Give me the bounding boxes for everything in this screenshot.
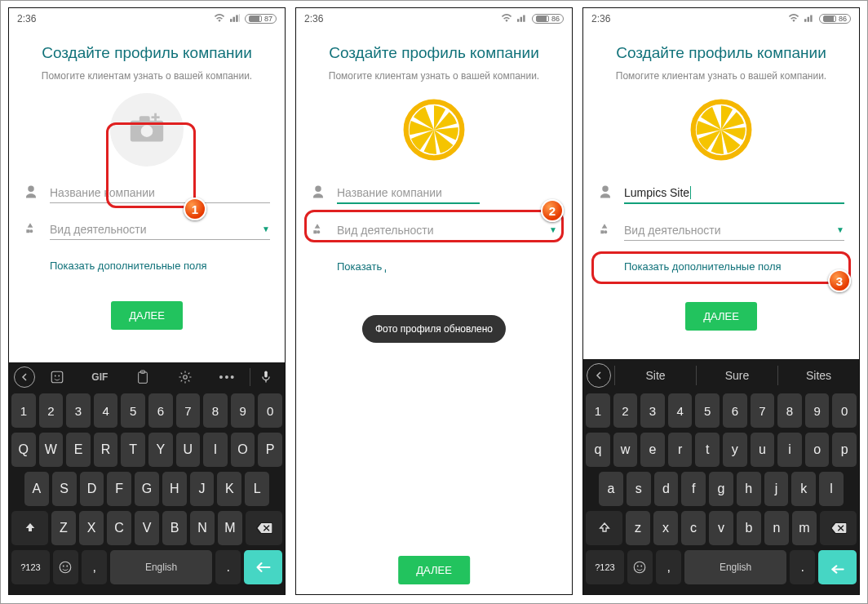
key-j[interactable]: j [764, 472, 789, 506]
kb-mic-icon[interactable] [252, 366, 280, 389]
key-x[interactable]: X [79, 511, 104, 545]
key-8[interactable]: 8 [777, 393, 802, 428]
key-u[interactable]: U [176, 433, 201, 467]
key-9[interactable]: 9 [231, 393, 255, 428]
key-s[interactable]: S [52, 472, 77, 506]
key-symbols[interactable]: ?123 [11, 550, 50, 584]
key-6[interactable]: 6 [723, 393, 747, 428]
kb-collapse-icon[interactable] [14, 366, 35, 388]
key-h[interactable]: H [162, 472, 187, 506]
key-1[interactable]: 1 [11, 393, 36, 428]
key-c[interactable]: C [107, 511, 131, 545]
activity-select[interactable] [624, 220, 844, 241]
avatar-upload[interactable] [397, 93, 471, 167]
kb-suggestion-3[interactable]: Sites [777, 366, 859, 385]
next-button[interactable]: ДАЛЕЕ [685, 302, 757, 331]
key-l[interactable]: L [245, 472, 269, 506]
key-4[interactable]: 4 [94, 393, 118, 428]
key-e[interactable]: e [640, 433, 665, 467]
key-f[interactable]: F [107, 472, 131, 506]
key-i[interactable]: i [777, 433, 802, 467]
key-o[interactable]: O [231, 433, 255, 467]
key-backspace[interactable] [820, 511, 857, 545]
key-symbols[interactable]: ?123 [586, 550, 624, 584]
key-l[interactable]: l [819, 472, 844, 506]
key-r[interactable]: R [94, 433, 118, 467]
avatar-upload[interactable] [684, 93, 758, 167]
key-q[interactable]: Q [11, 433, 36, 467]
key-d[interactable]: d [654, 472, 679, 506]
key-s[interactable]: s [627, 472, 651, 506]
key-a[interactable]: A [24, 472, 49, 506]
key-6[interactable]: 6 [148, 393, 173, 428]
key-a[interactable]: a [599, 472, 623, 506]
key-space[interactable]: English [684, 550, 786, 584]
key-comma[interactable]: , [82, 550, 107, 584]
key-u[interactable]: u [751, 433, 775, 467]
key-0[interactable]: 0 [832, 393, 857, 428]
key-comma[interactable]: , [656, 550, 681, 584]
key-t[interactable]: T [121, 433, 145, 467]
key-w[interactable]: w [613, 433, 638, 467]
kb-gif-button[interactable]: GIF [79, 366, 120, 389]
key-y[interactable]: Y [148, 433, 173, 467]
key-backspace[interactable] [246, 511, 282, 545]
key-c[interactable]: c [681, 511, 706, 545]
key-9[interactable]: 9 [805, 393, 830, 428]
key-space[interactable]: English [110, 550, 212, 584]
key-m[interactable]: m [792, 511, 817, 545]
key-w[interactable]: W [39, 433, 64, 467]
key-b[interactable]: b [737, 511, 761, 545]
key-r[interactable]: r [668, 433, 693, 467]
key-b[interactable]: B [162, 511, 187, 545]
key-n[interactable]: N [190, 511, 215, 545]
company-name-input[interactable] [50, 183, 270, 203]
key-z[interactable]: Z [51, 511, 76, 545]
key-y[interactable]: y [723, 433, 747, 467]
key-5[interactable]: 5 [121, 393, 145, 428]
key-z[interactable]: z [626, 511, 650, 545]
next-button[interactable]: ДАЛЕЕ [398, 556, 470, 584]
key-8[interactable]: 8 [203, 393, 228, 428]
key-7[interactable]: 7 [176, 393, 201, 428]
key-period[interactable]: . [790, 550, 815, 584]
key-j[interactable]: J [190, 472, 215, 506]
avatar-upload[interactable] [110, 93, 184, 167]
key-p[interactable]: P [258, 433, 282, 467]
company-name-input[interactable] [337, 183, 480, 204]
kb-more-icon[interactable]: ••• [207, 366, 248, 389]
show-more-fields-link[interactable]: Показать дополнительные поля [50, 260, 207, 272]
activity-select[interactable] [337, 220, 557, 241]
keyboard[interactable]: Site Sure Sites 1 2 3 4 5 6 7 8 9 0 q w … [583, 359, 859, 594]
key-n[interactable]: n [764, 511, 789, 545]
key-e[interactable]: E [66, 433, 91, 467]
key-p[interactable]: p [832, 433, 857, 467]
key-v[interactable]: v [709, 511, 733, 545]
key-v[interactable]: V [135, 511, 159, 545]
keyboard[interactable]: GIF ••• 1 2 3 4 5 6 7 8 9 0 Q W [9, 362, 285, 594]
key-t[interactable]: t [695, 433, 720, 467]
key-period[interactable]: . [215, 550, 241, 584]
kb-suggestion-2[interactable]: Sure [696, 366, 777, 385]
key-shift[interactable] [586, 511, 622, 545]
key-g[interactable]: g [709, 472, 733, 506]
kb-sticker-icon[interactable] [37, 366, 78, 389]
key-emoji[interactable] [627, 550, 653, 584]
key-k[interactable]: k [791, 472, 816, 506]
key-h[interactable]: h [737, 472, 761, 506]
key-3[interactable]: 3 [640, 393, 665, 428]
activity-select[interactable] [50, 220, 270, 240]
show-more-fields-link[interactable]: Показать дополнительные поля [624, 260, 782, 273]
key-m[interactable]: M [218, 511, 242, 545]
key-k[interactable]: K [217, 472, 241, 506]
key-3[interactable]: 3 [66, 393, 91, 428]
key-emoji[interactable] [53, 550, 78, 584]
kb-suggestion-1[interactable]: Site [614, 366, 696, 385]
key-7[interactable]: 7 [751, 393, 775, 428]
key-g[interactable]: G [135, 472, 159, 506]
key-shift[interactable] [11, 511, 48, 545]
key-4[interactable]: 4 [668, 393, 693, 428]
key-x[interactable]: x [653, 511, 678, 545]
key-q[interactable]: q [586, 433, 610, 467]
key-f[interactable]: f [681, 472, 706, 506]
